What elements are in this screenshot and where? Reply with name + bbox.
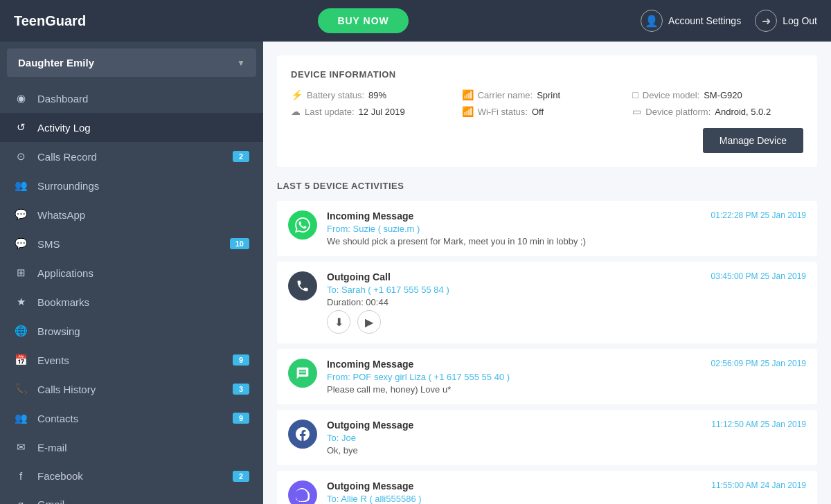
update-label: Last update:	[305, 107, 355, 117]
sidebar-item-sms[interactable]: 💬 SMS 10	[0, 229, 263, 258]
sidebar-item-events[interactable]: 📅 Events 9	[0, 345, 263, 375]
manage-device-button[interactable]: Manage Device	[703, 128, 803, 153]
nav-icon-whatsapp: 💬	[14, 208, 28, 221]
activity-content-1: Outgoing Call 03:45:00 PM 25 Jan 2019 To…	[327, 271, 806, 334]
wifi-icon: 📶	[462, 106, 474, 117]
nav-label-bookmarks: Bookmarks	[37, 296, 249, 308]
update-info: ☁ Last update: 12 Jul 2019	[291, 106, 462, 117]
activity-message-3: Ok, bye	[327, 445, 806, 456]
call-actions: ⬇ ▶	[327, 310, 806, 334]
nav-label-activity-log: Activity Log	[37, 122, 249, 134]
device-info-title: DEVICE INFORMATION	[291, 69, 803, 80]
wifi-value: Off	[532, 107, 544, 117]
play-call-icon[interactable]: ▶	[357, 310, 381, 334]
badge-events: 9	[233, 354, 249, 366]
activity-message-2: Please call me, honey) Love u*	[327, 384, 806, 395]
nav-label-browsing: Browsing	[37, 325, 249, 337]
nav-label-contacts: Contacts	[37, 413, 223, 424]
activity-content-4: Outgoing Message 11:55:00 AM 24 Jan 2019…	[327, 480, 806, 504]
sidebar-item-bookmarks[interactable]: ★ Bookmarks	[0, 287, 263, 316]
log-out-label: Log Out	[783, 15, 817, 26]
sidebar-item-dashboard[interactable]: ◉ Dashboard	[0, 84, 263, 113]
nav-icon-applications: ⊞	[14, 267, 28, 279]
activity-header-0: Incoming Message 01:22:28 PM 25 Jan 2019	[327, 210, 806, 222]
activity-content-2: Incoming Message 02:56:09 PM 25 Jan 2019…	[327, 359, 806, 395]
nav-label-surroundings: Surroundings	[37, 180, 249, 192]
nav-label-dashboard: Dashboard	[37, 93, 249, 105]
sidebar-item-whatsapp[interactable]: 💬 WhatsApp	[0, 200, 263, 229]
nav-icon-gmail: g	[14, 498, 28, 504]
nav-icon-events: 📅	[14, 354, 28, 366]
activity-type-4: Outgoing Message	[327, 480, 413, 492]
sidebar-item-facebook[interactable]: f Facebook 2	[0, 462, 263, 490]
activity-time-1: 03:45:00 PM 25 Jan 2019	[711, 271, 806, 281]
nav-icon-browsing: 🌐	[14, 325, 28, 337]
activity-item-4: Outgoing Message 11:55:00 AM 24 Jan 2019…	[277, 471, 817, 504]
nav-icon-calls-history: 📞	[14, 383, 28, 395]
wifi-info: 📶 Wi-Fi status: Off	[462, 106, 633, 117]
account-settings-button[interactable]: 👤 Account Settings	[641, 10, 741, 32]
activity-source-icon-1	[288, 271, 317, 300]
activities-section: LAST 5 DEVICE ACTIVITIES Incoming Messag…	[277, 181, 817, 504]
activity-time-0: 01:22:28 PM 25 Jan 2019	[711, 210, 806, 220]
nav-label-applications: Applications	[37, 267, 249, 279]
activity-from-0: From: Suzie ( suzie.m )	[327, 224, 806, 234]
battery-value: 89%	[368, 90, 386, 100]
body-layout: Daughter Emily ▼ ◉ Dashboard ↺ Activity …	[0, 42, 831, 504]
badge-contacts: 9	[233, 413, 249, 424]
model-label: Device model:	[643, 90, 699, 100]
nav-icon-contacts: 👥	[14, 412, 28, 424]
activity-from-3: To: Joe	[327, 433, 806, 443]
sidebar-item-email[interactable]: ✉ E-mail	[0, 433, 263, 462]
platform-value: Android, 5.0.2	[715, 107, 771, 117]
sidebar-item-applications[interactable]: ⊞ Applications	[0, 258, 263, 287]
nav-icon-email: ✉	[14, 441, 28, 453]
activity-content-0: Incoming Message 01:22:28 PM 25 Jan 2019…	[327, 210, 806, 246]
main-content: DEVICE INFORMATION ⚡ Battery status: 89%…	[263, 42, 831, 504]
device-selector[interactable]: Daughter Emily ▼	[7, 48, 256, 77]
buy-now-button[interactable]: BUY NOW	[318, 8, 408, 33]
download-call-icon[interactable]: ⬇	[327, 310, 350, 334]
chevron-down-icon: ▼	[237, 58, 245, 68]
nav-label-whatsapp: WhatsApp	[37, 209, 249, 221]
update-icon: ☁	[291, 106, 301, 117]
badge-facebook: 2	[233, 471, 249, 482]
nav-icon-facebook: f	[14, 470, 28, 482]
header-actions: 👤 Account Settings ➜ Log Out	[641, 10, 817, 32]
sidebar-item-browsing[interactable]: 🌐 Browsing	[0, 316, 263, 345]
nav-label-gmail: Gmail	[37, 498, 249, 504]
activity-message-1: Duration: 00:44	[327, 297, 806, 307]
logout-icon: ➜	[755, 10, 777, 32]
activity-header-2: Incoming Message 02:56:09 PM 25 Jan 2019	[327, 359, 806, 370]
activity-from-4: To: Allie R ( alli555586 )	[327, 494, 806, 504]
sidebar-item-surroundings[interactable]: 👥 Surroundings	[0, 171, 263, 200]
activity-source-icon-4	[288, 480, 317, 504]
model-value: SM-G920	[704, 90, 742, 100]
activity-header-1: Outgoing Call 03:45:00 PM 25 Jan 2019	[327, 271, 806, 282]
activity-type-2: Incoming Message	[327, 359, 413, 370]
nav-label-facebook: Facebook	[37, 470, 223, 482]
log-out-button[interactable]: ➜ Log Out	[755, 10, 817, 32]
platform-icon: ▭	[632, 106, 641, 117]
battery-info: ⚡ Battery status: 89%	[291, 89, 462, 100]
logo: TeenGuard	[14, 13, 86, 29]
nav-icon-calls-record: ⊙	[14, 150, 28, 163]
update-value: 12 Jul 2019	[359, 107, 405, 117]
carrier-icon: 📶	[462, 89, 474, 100]
sidebar-item-gmail[interactable]: g Gmail	[0, 490, 263, 504]
nav-icon-sms: 💬	[14, 237, 28, 250]
nav-icon-bookmarks: ★	[14, 296, 28, 308]
logo-prefix: Teen	[14, 13, 45, 28]
sidebar-item-calls-history[interactable]: 📞 Calls History 3	[0, 375, 263, 404]
carrier-value: Sprint	[537, 90, 560, 100]
sidebar-item-contacts[interactable]: 👥 Contacts 9	[0, 404, 263, 433]
activity-time-3: 11:12:50 AM 25 Jan 2019	[711, 420, 806, 429]
carrier-info: 📶 Carrier name: Sprint	[462, 89, 633, 100]
sidebar-item-calls-record[interactable]: ⊙ Calls Record 2	[0, 142, 263, 171]
activity-type-0: Incoming Message	[327, 210, 413, 222]
sidebar-item-activity-log[interactable]: ↺ Activity Log	[0, 113, 263, 142]
activity-time-4: 11:55:00 AM 24 Jan 2019	[711, 480, 806, 490]
activity-from-2: From: POF sexy girl Liza ( +1 617 555 55…	[327, 372, 806, 382]
header: TeenGuard BUY NOW 👤 Account Settings ➜ L…	[0, 0, 831, 42]
activities-list: Incoming Message 01:22:28 PM 25 Jan 2019…	[277, 201, 817, 504]
